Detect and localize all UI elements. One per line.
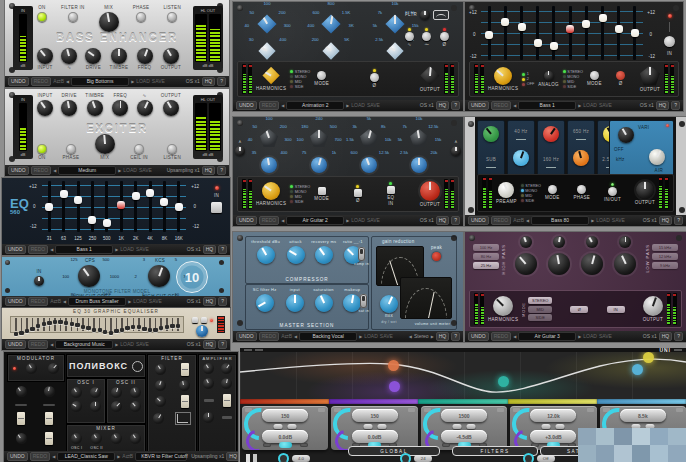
hq-button[interactable]: HQ [226, 452, 238, 461]
undo-button[interactable]: UNDO [236, 101, 257, 110]
eq-band-slider[interactable]: 125 [513, 6, 529, 69]
band-frequency-knob[interactable] [619, 236, 631, 248]
frequency-value-knob[interactable]: 150 [262, 409, 308, 422]
undo-button[interactable]: UNDO [5, 245, 26, 254]
vari-knob[interactable] [618, 127, 634, 143]
slider-cap[interactable] [14, 332, 18, 336]
frequency-value-knob[interactable]: 1500 [441, 409, 487, 422]
filter-switch[interactable] [181, 395, 189, 408]
save-button[interactable]: SAVE [136, 341, 149, 348]
slider-cap[interactable] [117, 201, 125, 209]
mini-button[interactable] [363, 424, 372, 429]
slider-cap[interactable] [518, 23, 526, 31]
band-color-segment[interactable] [329, 399, 418, 404]
slider-cap[interactable] [47, 321, 51, 325]
slider-cap[interactable] [176, 324, 180, 328]
low-pass-button[interactable]: 9 kHz [652, 262, 678, 269]
undo-button[interactable]: UNDO [236, 332, 257, 341]
eq-band-slider[interactable]: 500 [100, 181, 114, 241]
filter-mode-switch[interactable] [181, 363, 189, 376]
undo-button[interactable]: UNDO [7, 452, 28, 461]
card-chip[interactable] [318, 408, 325, 412]
band-option-icon[interactable] [263, 443, 271, 447]
preset-prev-button[interactable]: ◀ [53, 167, 56, 174]
filter-button[interactable] [405, 32, 414, 41]
band-option-icon[interactable] [300, 443, 308, 447]
mini-button[interactable] [556, 424, 565, 429]
comp-knob[interactable] [315, 246, 333, 264]
ab-button[interactable]: A⇄B [281, 333, 292, 340]
preset-next-button[interactable]: ▶ [117, 453, 120, 460]
preset-name[interactable]: Bass 1 [55, 245, 113, 254]
save-button[interactable]: SAVE [380, 333, 393, 340]
load-button[interactable]: LOAD [364, 333, 378, 340]
preset-prev-button[interactable]: ◀ [526, 217, 529, 224]
slider-cap[interactable] [114, 329, 118, 333]
preset-prev-button[interactable]: ◀ [281, 217, 284, 224]
header-chip[interactable] [674, 349, 682, 352]
redo-button[interactable]: REDO [491, 216, 511, 225]
ceil-in-button[interactable] [134, 144, 144, 154]
band-option-icon[interactable] [442, 443, 450, 447]
preset-next-button[interactable]: ▶ [346, 102, 349, 109]
slider-cap[interactable] [109, 331, 113, 335]
band-gain-knob[interactable] [573, 150, 589, 166]
filter-res-knob[interactable] [155, 380, 166, 391]
mini-button[interactable] [288, 424, 297, 429]
channel-next-button[interactable]: ▶ [431, 333, 434, 340]
card-chip[interactable] [408, 408, 415, 412]
slider-cap[interactable] [170, 324, 174, 328]
hq-button[interactable]: HQ [659, 332, 673, 341]
level-knob[interactable] [196, 325, 208, 337]
preset-prev-button[interactable]: ◀ [66, 78, 69, 85]
mod-assign-selector[interactable]: KBVR to Filter Cutoff [135, 452, 187, 461]
slider-cap[interactable] [501, 18, 509, 26]
mini-button[interactable] [377, 424, 386, 429]
phase-button[interactable] [577, 185, 586, 194]
frequency-value-knob[interactable]: 150 [352, 409, 398, 422]
eq-band-slider[interactable]: 500 [546, 6, 562, 69]
parameter-knob[interactable] [87, 100, 103, 116]
card-chip[interactable] [676, 408, 683, 412]
output-knob[interactable] [643, 296, 663, 316]
slider-cap[interactable] [88, 216, 96, 224]
parameter-knob[interactable] [111, 48, 127, 64]
phase-button[interactable] [66, 144, 76, 154]
mini-button[interactable] [274, 424, 283, 429]
load-button[interactable]: LOAD [133, 298, 147, 305]
redo-button[interactable]: REDO [491, 332, 511, 341]
preset-name[interactable]: Backing Vocal [299, 332, 357, 341]
control-value[interactable]: 4.0 [292, 455, 310, 462]
parameter-knob[interactable] [61, 100, 77, 116]
amp-sustain-knob[interactable] [203, 378, 214, 389]
slider-cap[interactable] [132, 192, 140, 200]
eq-in-button[interactable] [387, 186, 395, 194]
parameter-knob[interactable] [112, 100, 128, 116]
undo-button[interactable]: UNDO [468, 101, 489, 110]
load-button[interactable]: LOAD [120, 341, 134, 348]
parameter-knob[interactable] [61, 48, 77, 64]
oversampling-selector[interactable]: Upsampling x1 [167, 167, 200, 174]
slider-cap[interactable] [175, 203, 183, 211]
ab-button[interactable]: A⇄B [122, 453, 133, 460]
load-button[interactable]: LOAD [351, 102, 365, 109]
oversampling-selector[interactable]: OS x1 [187, 341, 201, 348]
parameter-knob[interactable] [85, 48, 101, 64]
eq-band-handle[interactable] [388, 360, 399, 371]
save-button[interactable]: SAVE [152, 78, 165, 85]
slider-cap[interactable] [98, 328, 102, 332]
slider-cap[interactable] [153, 328, 157, 332]
in-knob[interactable] [34, 276, 44, 286]
eq-band-handle[interactable] [498, 376, 509, 387]
eq-band-slider[interactable]: 125 [71, 181, 85, 241]
control-value[interactable]: 24 [414, 455, 432, 462]
preset-prev-button[interactable]: ◀ [52, 453, 55, 460]
output-knob[interactable] [636, 181, 654, 199]
redo-button[interactable]: REDO [28, 297, 48, 306]
slider-cap[interactable] [53, 320, 57, 324]
eq-band-slider[interactable]: 2K [128, 181, 142, 241]
gain-knob[interactable] [311, 157, 327, 173]
slider-cap[interactable] [42, 322, 46, 326]
save-button[interactable]: SAVE [599, 333, 612, 340]
redo-button[interactable]: REDO [259, 216, 279, 225]
